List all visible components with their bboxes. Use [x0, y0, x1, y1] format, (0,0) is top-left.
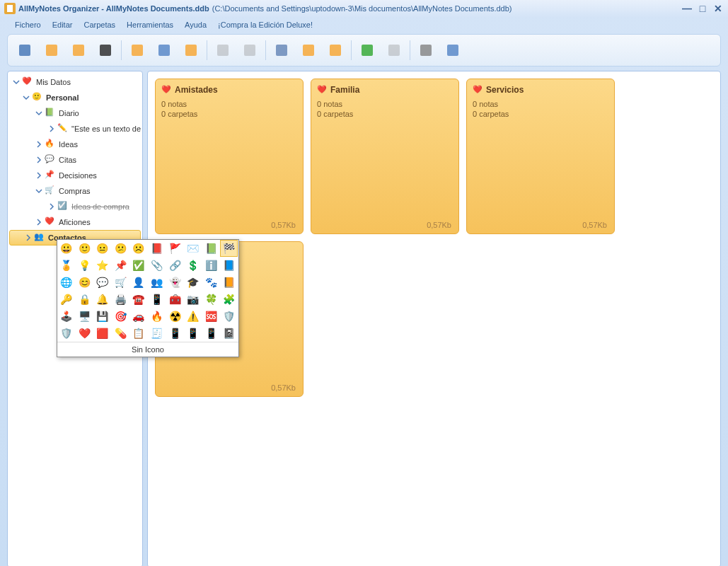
- expander-icon[interactable]: [12, 78, 21, 86]
- menu-editar[interactable]: Editar: [47, 19, 78, 30]
- icon-option[interactable]: 🧩: [220, 291, 238, 308]
- icon-option[interactable]: ☹️: [129, 240, 147, 257]
- menu-compralaedicindeluxe[interactable]: ¡Compra la Edición Deluxe!: [213, 19, 318, 30]
- tree-node-misdatos[interactable]: ❤️Mis Datos: [8, 74, 142, 90]
- expander-icon[interactable]: [47, 125, 56, 133]
- paste-button[interactable]: [323, 39, 348, 62]
- tree-node-esteesuntextode[interactable]: ✏️"Este es un texto de: [8, 121, 142, 137]
- copy-button[interactable]: [296, 39, 321, 62]
- expander-icon[interactable]: [35, 140, 43, 149]
- icon-option[interactable]: 📙: [220, 274, 238, 291]
- folder-card-servicios[interactable]: ❤️Servicios0 notas0 carpetas0,57Kb: [466, 79, 615, 234]
- new-folder-button[interactable]: [66, 39, 91, 62]
- icon-option[interactable]: 📱: [148, 291, 166, 308]
- icon-option[interactable]: 🧾: [148, 325, 166, 342]
- settings-button[interactable]: [413, 39, 439, 62]
- icon-option[interactable]: 🍀: [202, 291, 220, 308]
- lock-button[interactable]: [178, 39, 204, 62]
- icon-option[interactable]: 🔑: [57, 291, 75, 308]
- filter-button[interactable]: [151, 39, 177, 62]
- icon-option[interactable]: 📱: [166, 325, 184, 342]
- icon-option[interactable]: 🐾: [202, 274, 220, 291]
- icon-option[interactable]: 🛡️: [57, 325, 75, 342]
- menu-carpetas[interactable]: Carpetas: [79, 19, 120, 30]
- icon-option[interactable]: 🏁: [220, 240, 238, 257]
- icon-option[interactable]: 🖨️: [112, 291, 129, 308]
- menu-herramientas[interactable]: Herramientas: [122, 19, 178, 30]
- icon-option[interactable]: 📎: [148, 257, 166, 274]
- icon-option[interactable]: 🕹️: [57, 308, 75, 325]
- icon-option[interactable]: 🎯: [112, 308, 129, 325]
- icon-option[interactable]: ⚠️: [184, 308, 202, 325]
- expander-icon[interactable]: [24, 233, 33, 242]
- icon-option[interactable]: 🖥️: [76, 308, 93, 325]
- icon-option[interactable]: 👤: [129, 274, 147, 291]
- new-note-button[interactable]: [39, 39, 64, 62]
- icon-option[interactable]: ☢️: [166, 308, 184, 325]
- icon-option[interactable]: 🔗: [166, 257, 184, 274]
- save-button[interactable]: [12, 39, 37, 62]
- icon-option[interactable]: 📗: [202, 240, 220, 257]
- icon-option[interactable]: ❤️: [76, 325, 93, 342]
- icon-option[interactable]: 💬: [93, 274, 111, 291]
- expander-icon[interactable]: [35, 109, 43, 117]
- menu-ayuda[interactable]: Ayuda: [180, 19, 212, 30]
- expander-icon[interactable]: [35, 218, 43, 226]
- close-button[interactable]: ✕: [712, 3, 724, 14]
- icon-option[interactable]: 📕: [148, 240, 166, 257]
- icon-option[interactable]: 😐: [93, 240, 111, 257]
- expander-icon[interactable]: [47, 202, 56, 211]
- icon-option[interactable]: 🟥: [93, 325, 111, 342]
- menu-fichero[interactable]: Fichero: [10, 19, 46, 30]
- expander-icon[interactable]: [35, 171, 43, 180]
- minimize-button[interactable]: —: [681, 3, 693, 14]
- icon-option[interactable]: ☎️: [129, 291, 147, 308]
- icon-option[interactable]: 📌: [112, 257, 129, 274]
- icon-option[interactable]: 🚗: [129, 308, 147, 325]
- icon-option[interactable]: 🆘: [202, 308, 220, 325]
- icon-option[interactable]: 🎓: [184, 274, 202, 291]
- icon-option[interactable]: 📱: [202, 325, 220, 342]
- icon-option[interactable]: 💾: [93, 308, 111, 325]
- icon-option[interactable]: ℹ️: [202, 257, 220, 274]
- icon-option[interactable]: 💲: [184, 257, 202, 274]
- tree-node-decisiones[interactable]: 📌Decisiones: [8, 168, 142, 183]
- rename-button[interactable]: [93, 39, 118, 62]
- tree-node-citas[interactable]: 💬Citas: [8, 152, 142, 168]
- tree-node-diario[interactable]: 📗Diario: [8, 105, 142, 121]
- icon-option[interactable]: 👥: [148, 274, 166, 291]
- icon-option[interactable]: 🛡️: [220, 308, 238, 325]
- no-icon-option[interactable]: Sin Icono: [57, 342, 238, 357]
- icon-option[interactable]: ✉️: [184, 240, 202, 257]
- back-button[interactable]: [354, 39, 380, 62]
- tree-node-ideasdecompra[interactable]: ☑️Ideas de compra: [8, 199, 142, 214]
- icon-option[interactable]: ⭐: [93, 257, 111, 274]
- expander-icon[interactable]: [35, 187, 43, 195]
- icon-option[interactable]: 😕: [112, 240, 129, 257]
- tree-node-ideas[interactable]: 🔥Ideas: [8, 137, 142, 152]
- icon-option[interactable]: 🔥: [148, 308, 166, 325]
- cut-button[interactable]: [269, 39, 294, 62]
- icon-option[interactable]: 🚩: [166, 240, 184, 257]
- search-button[interactable]: [125, 39, 150, 62]
- expander-icon[interactable]: [35, 156, 43, 164]
- tree-node-personal[interactable]: 🙂Personal: [8, 90, 142, 105]
- maximize-button[interactable]: □: [697, 3, 708, 14]
- icon-option[interactable]: 🌐: [57, 274, 75, 291]
- tree-node-compras[interactable]: 🛒Compras: [8, 183, 142, 199]
- icon-option[interactable]: 💡: [76, 257, 93, 274]
- icon-option[interactable]: 📋: [129, 325, 147, 342]
- icon-option[interactable]: 😀: [57, 240, 75, 257]
- icon-option[interactable]: 🛒: [112, 274, 129, 291]
- icon-option[interactable]: 💊: [112, 325, 129, 342]
- icon-option[interactable]: 👻: [166, 274, 184, 291]
- folder-card-amistades[interactable]: ❤️Amistades0 notas0 carpetas0,57Kb: [155, 79, 304, 234]
- icon-option[interactable]: 📘: [220, 257, 238, 274]
- folder-card-familia[interactable]: ❤️Familia0 notas0 carpetas0,57Kb: [311, 79, 459, 234]
- icon-option[interactable]: 📷: [184, 291, 202, 308]
- expander-icon[interactable]: [22, 93, 30, 102]
- icon-option[interactable]: 🧰: [166, 291, 184, 308]
- icon-option[interactable]: 📱: [184, 325, 202, 342]
- icon-option[interactable]: ✅: [129, 257, 147, 274]
- icon-option[interactable]: 🙂: [76, 240, 93, 257]
